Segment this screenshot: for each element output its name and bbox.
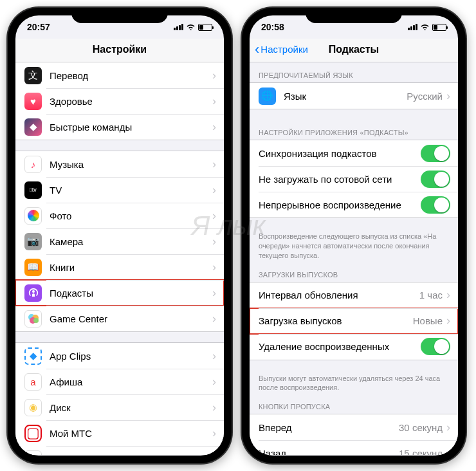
- row-label: Язык: [284, 91, 407, 102]
- row-shortcuts[interactable]: ◆ Быстрые команды ›: [15, 114, 224, 140]
- nav-bar: ‹ Настройки Подкасты: [250, 39, 458, 62]
- chevron-right-icon: ›: [212, 183, 216, 197]
- chevron-right-icon: ›: [212, 209, 216, 223]
- notch: [71, 8, 168, 23]
- row-label: Мой МТС: [50, 428, 212, 439]
- svg-point-0: [32, 290, 35, 293]
- chevron-right-icon: ›: [446, 447, 450, 455]
- row-label: Подкасты: [50, 288, 212, 299]
- music-icon: ♪: [24, 156, 42, 173]
- row-label: Музыка: [50, 159, 212, 170]
- disk-icon: ◉: [24, 399, 42, 416]
- tv-icon: tv: [24, 181, 42, 199]
- chevron-right-icon: ›: [212, 349, 216, 363]
- row-label: Здоровье: [50, 96, 212, 107]
- chevron-right-icon: ›: [212, 375, 216, 389]
- row-disk[interactable]: ◉ Диск ›: [15, 394, 224, 420]
- row-photos[interactable]: Фото ›: [15, 203, 224, 228]
- status-time: 20:57: [27, 22, 50, 32]
- toggle-on[interactable]: [421, 145, 450, 162]
- row-label: Быстрые команды: [50, 122, 212, 133]
- row-tv[interactable]: tv TV ›: [15, 177, 224, 203]
- chevron-right-icon: ›: [212, 452, 216, 456]
- podcasts-icon: [24, 284, 42, 302]
- row-value: Русский: [407, 91, 443, 102]
- row-gamecenter[interactable]: Game Center ›: [15, 306, 224, 331]
- row-interval[interactable]: Интервал обновления 1 час ›: [250, 282, 458, 308]
- status-right: [408, 23, 446, 32]
- row-label: Назад: [259, 448, 399, 455]
- row-language[interactable]: 🌐 Язык Русский ›: [250, 83, 458, 109]
- mts-icon: ▢: [24, 425, 42, 442]
- podcasts-settings[interactable]: ПРЕДПОЧИТАЕМЫЙ ЯЗЫК 🌐 Язык Русский › НАС…: [250, 62, 458, 455]
- chevron-right-icon: ›: [446, 421, 450, 434]
- row-value: 30 секунд: [399, 422, 443, 433]
- group-footer: Воспроизведение следующего выпуска из сп…: [250, 228, 458, 262]
- row-episodes-download[interactable]: Загрузка выпусков Новые ›: [250, 308, 458, 334]
- row-skip-forward[interactable]: Вперед 30 секунд ›: [250, 414, 458, 440]
- chevron-right-icon: ›: [212, 312, 216, 326]
- group-footer: Выпуски могут автоматически удаляться че…: [250, 371, 458, 394]
- chevron-right-icon: ›: [212, 95, 216, 108]
- section: 🌐 Язык Русский ›: [250, 82, 458, 109]
- row-value: 1 час: [419, 290, 443, 300]
- row-label: Диск: [50, 402, 212, 413]
- afisha-icon: а: [24, 373, 42, 391]
- row-music[interactable]: ♪ Музыка ›: [15, 151, 224, 177]
- books-icon: 📖: [24, 259, 42, 276]
- row-value: 15 секунд: [399, 448, 443, 455]
- health-icon: ♥: [24, 93, 42, 110]
- section: ◆ App Clips › а Афиша › ◉ Диск › ▢ Мой М…: [15, 342, 224, 455]
- row-translate[interactable]: 文 Перевод ›: [15, 62, 224, 88]
- row-delete-played[interactable]: Удаление воспроизведенных: [250, 334, 458, 360]
- chevron-right-icon: ›: [212, 235, 216, 248]
- chevron-right-icon: ›: [212, 158, 216, 171]
- cellular-icon: [408, 24, 417, 30]
- row-camera[interactable]: 📷 Камера ›: [15, 228, 224, 254]
- row-appclips[interactable]: ◆ App Clips ›: [15, 343, 224, 369]
- page-title: Настройки: [22, 44, 217, 55]
- row-skip-back[interactable]: Назад 15 секунд ›: [250, 440, 458, 455]
- row-cellular[interactable]: Не загружать по сотовой сети: [250, 166, 458, 192]
- phone-left: 20:57 Настройки 文 Перевод › ♥: [8, 8, 232, 463]
- row-podcasts[interactable]: Подкасты ›: [15, 280, 224, 306]
- section: Интервал обновления 1 час › Загрузка вып…: [250, 282, 458, 360]
- toggle-on[interactable]: [421, 171, 450, 188]
- globe-icon: 🌐: [259, 88, 276, 105]
- row-continuous[interactable]: Непрерывное воспроизведение: [250, 192, 458, 217]
- battery-icon: [198, 24, 212, 31]
- row-label: Синхронизация подкастов: [259, 148, 421, 159]
- section: ♪ Музыка › tv TV › Фото › 📷 Камера: [15, 151, 224, 332]
- toggle-on[interactable]: [421, 338, 450, 355]
- chevron-right-icon: ›: [212, 286, 216, 300]
- toggle-on[interactable]: [421, 196, 450, 214]
- nav-bar: Настройки: [15, 39, 224, 62]
- back-button[interactable]: ‹ Настройки: [255, 44, 308, 55]
- svg-point-4: [33, 318, 39, 323]
- row-label: Загрузка выпусков: [259, 315, 413, 326]
- gamecenter-icon: [24, 310, 42, 328]
- chevron-right-icon: ›: [212, 69, 216, 82]
- row-label: Камера: [50, 236, 212, 247]
- section: Синхронизация подкастов Не загружать по …: [250, 140, 458, 218]
- camera-icon: 📷: [24, 233, 42, 250]
- row-afisha[interactable]: а Афиша ›: [15, 369, 224, 394]
- group-header: ПРЕДПОЧИТАЕМЫЙ ЯЗЫК: [250, 62, 458, 82]
- appclips-icon: ◆: [24, 347, 42, 365]
- row-navigator[interactable]: ➤ Навигатор ›: [15, 446, 224, 455]
- status-time: 20:58: [261, 22, 284, 32]
- settings-list[interactable]: 文 Перевод › ♥ Здоровье › ◆ Быстрые коман…: [15, 62, 224, 455]
- row-mts[interactable]: ▢ Мой МТС ›: [15, 420, 224, 446]
- group-header: ЗАГРУЗКИ ВЫПУСКОВ: [250, 262, 458, 282]
- shortcuts-icon: ◆: [24, 118, 42, 136]
- row-sync[interactable]: Синхронизация подкастов: [250, 140, 458, 166]
- row-books[interactable]: 📖 Книги ›: [15, 254, 224, 280]
- chevron-right-icon: ›: [446, 89, 450, 103]
- status-right: [174, 23, 212, 32]
- back-label: Настройки: [261, 44, 308, 55]
- row-health[interactable]: ♥ Здоровье ›: [15, 88, 224, 114]
- navigator-icon: ➤: [24, 450, 42, 456]
- wifi-icon: [186, 23, 196, 32]
- row-label: Афиша: [50, 376, 212, 387]
- section: 文 Перевод › ♥ Здоровье › ◆ Быстрые коман…: [15, 62, 224, 140]
